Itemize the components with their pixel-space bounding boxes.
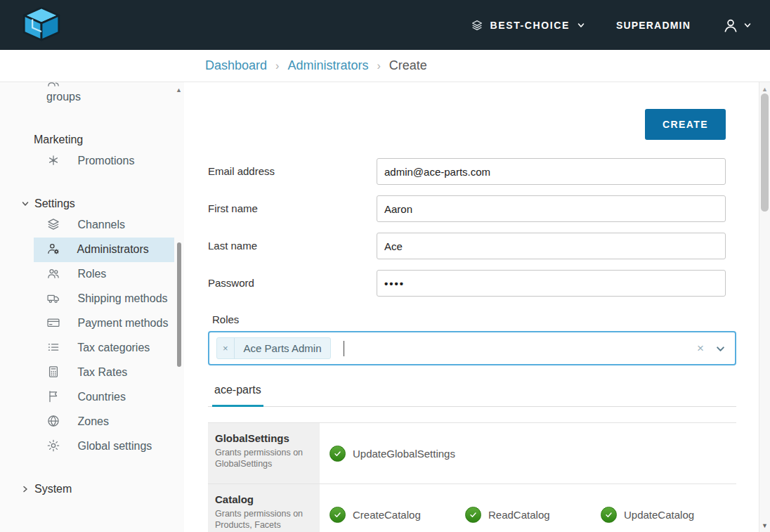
user-menu[interactable] [722,16,752,34]
sidebar-item-tax-categories[interactable]: Tax categories [34,336,174,361]
users-icon [46,82,60,89]
sidebar-item-promotions[interactable]: Promotions [34,149,174,174]
email-address-field[interactable] [377,158,726,185]
sidebar-item-countries[interactable]: Countries [34,385,174,410]
app-logo[interactable] [18,6,65,45]
sidebar-item-label: Tax Rates [77,366,127,378]
sidebar-item-label: Countries [77,391,125,403]
roles-select[interactable]: × Ace Parts Admin × [208,331,736,365]
user-icon [722,16,740,34]
sidebar-item-label: Payment methods [77,317,168,329]
chevron-down-icon [21,200,30,208]
email-address-label: Email address [208,158,377,185]
sidebar-item-channels[interactable]: Channels [34,213,174,238]
permission-group-title: GlobalSettings [215,432,313,444]
permission-toggle: UpdateGlobalSettings [329,446,465,462]
create-button[interactable]: CREATE [645,109,726,140]
chevron-down-icon [743,21,752,30]
sidebar-scrollbar[interactable]: ▲ [174,82,184,532]
permission-group-description: Grants permissions on Products, Facets [215,508,313,531]
cog-icon [46,439,60,453]
section-label: Marketing [34,134,83,146]
sidebar-item-label: Promotions [77,155,134,167]
table-row: Catalog Grants permissions on Products, … [208,484,736,532]
sidebar-item-label: Tax categories [77,342,150,353]
sidebar-item-administrators[interactable]: Administrators [34,238,174,262]
remove-chip-icon[interactable]: × [217,338,235,358]
layers-icon [46,217,60,231]
tab-ace-parts[interactable]: ace-parts [212,384,263,407]
sidebar-section-system[interactable]: System [21,483,174,495]
permission-toggle: CreateCatalog [329,507,465,523]
sidebar-scrollbar-thumb[interactable] [177,242,181,367]
sidebar-item-label: Roles [77,268,106,280]
breadcrumb-administrators[interactable]: Administrators [287,58,368,73]
last-name-field[interactable] [377,233,726,259]
password-field[interactable] [377,270,726,297]
roles-label: Roles [212,313,736,325]
sidebar-item-roles[interactable]: Roles [34,262,174,287]
list-icon [46,340,60,354]
section-label: System [34,483,72,495]
text-caret [344,341,344,356]
breadcrumb-current: Create [389,58,427,73]
scroll-down-icon[interactable]: ▼ [762,522,768,529]
permission-group-cell: Catalog Grants permissions on Products, … [208,484,320,532]
role-chip-label: Ace Parts Admin [235,338,331,358]
clear-selection-icon[interactable]: × [697,342,704,354]
checked-icon[interactable] [465,507,481,523]
permission-label: ReadCatalog [488,509,550,521]
cube-logo-icon [18,6,65,45]
checked-icon[interactable] [601,507,617,523]
chevron-down-icon [577,21,585,30]
credit-card-icon [46,316,60,330]
sidebar-item-label: Channels [77,219,125,231]
sidebar-item-label: groups [46,91,81,103]
sidebar: groups Marketing Promotions Settings [0,82,184,532]
role-chip: × Ace Parts Admin [216,337,331,359]
permission-group-description: Grants permissions on GlobalSettings [215,447,313,469]
asterisk-icon [46,153,60,167]
administrator-icon [46,242,60,256]
main-scrollbar[interactable]: ▲ ▼ [759,82,770,532]
permission-toggle: ReadCatalog [465,507,601,523]
last-name-label: Last name [208,233,377,259]
sidebar-item-label: Zones [77,415,108,427]
sidebar-section-settings[interactable]: Settings [21,197,174,210]
scroll-up-icon[interactable]: ▲ [176,86,182,93]
permission-group-title: Catalog [215,493,313,505]
breadcrumb: Dashboard › Administrators › Create [0,50,770,82]
sidebar-item-label: Administrators [77,243,149,255]
first-name-field[interactable] [377,195,726,222]
sidebar-item-payment-methods[interactable]: Payment methods [34,311,174,336]
users-icon [46,266,60,280]
permission-label: UpdateCatalog [624,509,694,521]
chevron-down-icon[interactable] [716,344,725,353]
breadcrumb-dashboard[interactable]: Dashboard [205,58,267,73]
permission-group-cell: GlobalSettings Grants permissions on Glo… [208,423,320,484]
create-administrator-form: CREATE Email address First name Last nam… [184,82,759,532]
sidebar-item-zones[interactable]: Zones [34,410,174,434]
scroll-up-icon[interactable]: ▲ [762,86,768,93]
main-scrollbar-thumb[interactable] [761,93,769,212]
sidebar-item-global-settings[interactable]: Global settings [34,434,174,459]
sidebar-item-tax-rates[interactable]: Tax Rates [34,361,174,385]
sidebar-item-label: Global settings [77,440,152,452]
first-name-label: First name [208,195,377,222]
channel-switcher[interactable]: BEST-CHOICE [471,19,585,32]
checked-icon[interactable] [329,446,346,462]
breadcrumb-separator: › [377,60,380,72]
checked-icon[interactable] [329,507,346,523]
globe-icon [46,414,60,428]
sidebar-item-customer-groups[interactable]: groups [34,82,174,110]
truck-icon [46,291,60,305]
sidebar-section-marketing: Marketing [34,134,174,146]
sidebar-item-shipping-methods[interactable]: Shipping methods [34,287,174,311]
table-row: GlobalSettings Grants permissions on Glo… [208,423,736,484]
calculator-icon [46,365,60,379]
section-label: Settings [34,197,75,210]
flag-icon [46,389,60,403]
sidebar-item-label: Shipping methods [77,292,167,304]
layers-icon [471,19,483,32]
current-user-label: SUPERADMIN [616,20,691,31]
